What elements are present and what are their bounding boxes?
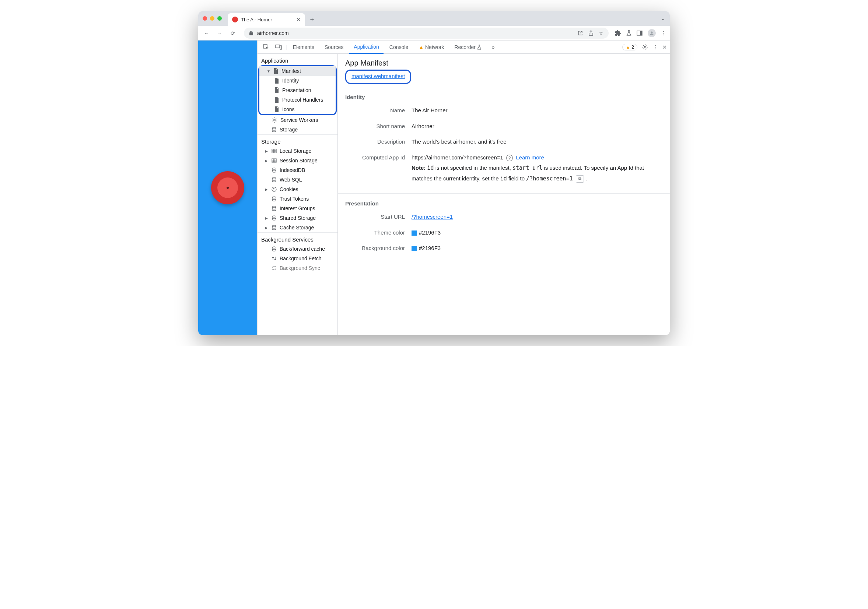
sidebar-item-service-workers[interactable]: ▶ Service Workers [257, 115, 338, 125]
svg-point-19 [272, 247, 276, 248]
presentation-section: Presentation Start URL /?homescreen=1 Th… [338, 193, 670, 263]
svg-point-16 [272, 206, 276, 208]
sidebar-item-cache-storage[interactable]: ▶Cache Storage [257, 223, 338, 232]
chevron-right-icon: ▶ [265, 216, 268, 220]
row-background-color: Background color #2196F3 [345, 243, 662, 254]
share-icon[interactable] [588, 30, 594, 36]
chevron-right-icon: ▶ [265, 187, 268, 192]
svg-point-15 [272, 196, 276, 198]
manifest-link-highlight: manifest.webmanifest [345, 70, 411, 84]
tabs-dropdown-icon[interactable]: ⌄ [661, 15, 665, 22]
settings-gear-icon[interactable] [642, 44, 648, 51]
maximize-window-button[interactable] [217, 16, 222, 21]
warnings-badge[interactable]: ▲2 [622, 44, 637, 51]
database-icon [271, 246, 277, 252]
svg-point-11 [272, 187, 276, 192]
close-window-button[interactable] [203, 16, 207, 21]
application-sidebar: Application ▼ Manifest Identity [257, 54, 338, 335]
tab-application[interactable]: Application [349, 40, 383, 54]
sidebar-item-manifest[interactable]: ▼ Manifest [259, 66, 336, 76]
sidebar-item-bg-sync[interactable]: ▶Background Sync [257, 263, 338, 273]
sidebar-item-indexeddb[interactable]: ▶IndexedDB [257, 165, 338, 175]
learn-more-link[interactable]: Learn more [516, 154, 544, 161]
page-viewport [198, 40, 257, 335]
svg-point-6 [644, 46, 646, 48]
sidebar-item-trust-tokens[interactable]: ▶Trust Tokens [257, 194, 338, 204]
traffic-lights [203, 16, 222, 21]
reload-button[interactable]: ⟳ [228, 30, 237, 36]
chevron-right-icon: ▶ [265, 149, 268, 153]
database-icon [271, 225, 277, 230]
tab-more[interactable]: » [487, 40, 499, 54]
document-icon [274, 107, 279, 112]
svg-rect-1 [640, 31, 642, 36]
copy-button[interactable]: ⧉ [576, 175, 584, 182]
sidebar-item-storage-overview[interactable]: ▶ Storage [257, 125, 338, 134]
help-icon[interactable]: ? [506, 155, 513, 161]
browser-window: The Air Horner ✕ ＋ ⌄ ← → ⟳ airhorner.com… [198, 11, 670, 335]
new-tab-button[interactable]: ＋ [309, 15, 315, 23]
sidebar-item-interest-groups[interactable]: ▶Interest Groups [257, 204, 338, 213]
address-bar[interactable]: airhorner.com ☆ [244, 28, 609, 39]
sidebar-item-protocol-handlers[interactable]: Protocol Handlers [259, 95, 336, 105]
warning-icon: ▲ [418, 44, 424, 50]
minimize-window-button[interactable] [210, 16, 214, 21]
bookmark-star-icon[interactable]: ☆ [599, 30, 603, 36]
content-area: | Elements Sources Application Console ▲… [198, 40, 670, 335]
devtools-tabbar: | Elements Sources Application Console ▲… [257, 40, 670, 54]
sidebar-item-local-storage[interactable]: ▶Local Storage [257, 146, 338, 156]
tab-recorder[interactable]: Recorder [450, 40, 485, 54]
sidebar-item-icons[interactable]: Icons [259, 105, 336, 114]
chevron-right-icon: ▶ [265, 159, 268, 163]
start-url-link[interactable]: /?homescreen=1 [412, 213, 453, 220]
airhorn-button[interactable] [211, 171, 244, 204]
inspect-element-icon[interactable] [260, 44, 271, 51]
section-heading: Identity [345, 94, 662, 100]
tab-elements[interactable]: Elements [288, 40, 319, 54]
row-start-url: Start URL /?homescreen=1 [345, 212, 662, 223]
document-icon [273, 68, 279, 74]
tab-console[interactable]: Console [385, 40, 412, 54]
sidebar-section-storage: Storage [257, 134, 338, 146]
sync-icon [271, 266, 277, 270]
devtools-menu-icon[interactable]: ⋮ [653, 44, 658, 50]
svg-point-14 [273, 190, 274, 190]
sidebar-item-websql[interactable]: ▶Web SQL [257, 175, 338, 184]
devtools-close-icon[interactable]: ✕ [662, 44, 667, 50]
sidebar-item-presentation[interactable]: Presentation [259, 85, 336, 95]
sidebar-item-bg-fetch[interactable]: ▶Background Fetch [257, 254, 338, 263]
open-external-icon[interactable] [577, 30, 583, 36]
svg-point-8 [272, 127, 276, 129]
tab-sources[interactable]: Sources [320, 40, 348, 54]
database-icon [271, 177, 277, 182]
device-toolbar-icon[interactable] [273, 44, 284, 50]
row-description: Description The world's best airhorner, … [345, 137, 662, 147]
sidebar-item-identity[interactable]: Identity [259, 76, 336, 85]
manifest-file-link[interactable]: manifest.webmanifest [352, 73, 405, 79]
tab-network[interactable]: ▲ Network [414, 40, 448, 54]
sidebar-item-session-storage[interactable]: ▶Session Storage [257, 156, 338, 165]
color-swatch [412, 246, 417, 251]
svg-rect-5 [280, 46, 282, 49]
table-icon [271, 149, 277, 153]
svg-point-7 [274, 119, 275, 121]
sidebar-item-cookies[interactable]: ▶Cookies [257, 184, 338, 194]
labs-flask-icon[interactable] [626, 30, 631, 36]
svg-point-2 [651, 31, 653, 33]
section-heading: Presentation [345, 200, 662, 207]
cookie-icon [271, 187, 277, 192]
back-button[interactable]: ← [202, 30, 211, 36]
svg-point-12 [273, 188, 274, 189]
browser-menu-icon[interactable]: ⋮ [661, 30, 666, 36]
sidebar-item-shared-storage[interactable]: ▶Shared Storage [257, 213, 338, 223]
side-panel-icon[interactable] [637, 31, 643, 36]
forward-button[interactable]: → [215, 30, 224, 36]
browser-tab[interactable]: The Air Horner ✕ [228, 13, 305, 26]
tab-favicon [232, 17, 238, 22]
tab-close-icon[interactable]: ✕ [296, 17, 301, 22]
document-icon [274, 78, 279, 83]
browser-toolbar: ← → ⟳ airhorner.com ☆ [198, 26, 670, 40]
profile-avatar-icon[interactable] [648, 29, 656, 37]
sidebar-item-bfcache[interactable]: ▶Back/forward cache [257, 244, 338, 254]
extensions-icon[interactable] [615, 30, 621, 36]
